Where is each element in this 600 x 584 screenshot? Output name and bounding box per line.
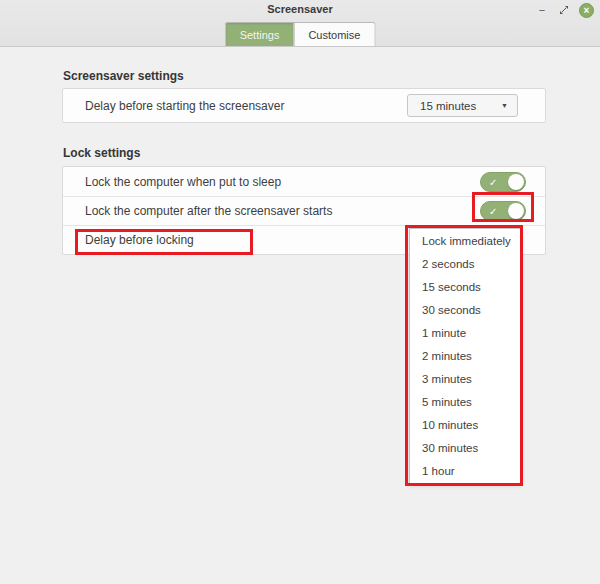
menu-item-30-minutes[interactable]: 30 minutes — [410, 437, 520, 460]
menu-item-1-hour[interactable]: 1 hour — [410, 460, 520, 483]
menu-item-lock-immediately[interactable]: Lock immediately — [410, 229, 520, 252]
delay-start-dropdown[interactable]: 15 minutes ▼ — [407, 94, 518, 117]
maximize-icon — [559, 5, 569, 15]
section-heading-lock-settings: Lock settings — [63, 146, 140, 160]
window-controls: − × — [535, 2, 594, 18]
maximize-button[interactable] — [557, 3, 571, 17]
menu-item-1-minute[interactable]: 1 minute — [410, 321, 520, 344]
tab-settings[interactable]: Settings — [226, 23, 294, 46]
toggle-lock-on-sleep[interactable]: ✓ — [480, 172, 526, 192]
window-title: Screensaver — [0, 3, 600, 15]
close-icon: × — [584, 4, 590, 17]
row-label: Delay before starting the screensaver — [85, 99, 284, 113]
menu-item-15-seconds[interactable]: 15 seconds — [410, 275, 520, 298]
menu-item-2-seconds[interactable]: 2 seconds — [410, 252, 520, 275]
toggle-knob — [508, 174, 524, 190]
row-lock-after-screensaver: Lock the computer after the screensaver … — [63, 196, 545, 225]
dropdown-value: 15 minutes — [420, 100, 476, 112]
tab-customise[interactable]: Customise — [293, 23, 374, 46]
check-icon: ✓ — [489, 176, 497, 189]
menu-item-3-minutes[interactable]: 3 minutes — [410, 368, 520, 391]
menu-item-5-minutes[interactable]: 5 minutes — [410, 391, 520, 414]
menu-item-10-minutes[interactable]: 10 minutes — [410, 414, 520, 437]
check-icon: ✓ — [489, 205, 497, 218]
row-label: Lock the computer after the screensaver … — [85, 204, 332, 218]
menu-item-2-minutes[interactable]: 2 minutes — [410, 344, 520, 367]
screensaver-window: Screensaver − × Settings Customise Scree… — [0, 0, 600, 584]
tab-switcher: Settings Customise — [225, 22, 376, 46]
menu-item-30-seconds[interactable]: 30 seconds — [410, 298, 520, 321]
row-lock-on-sleep: Lock the computer when put to sleep ✓ — [63, 167, 545, 196]
close-button[interactable]: × — [579, 3, 594, 18]
row-label: Delay before locking — [85, 233, 194, 247]
toggle-knob — [508, 203, 524, 219]
row-delay-before-starting: Delay before starting the screensaver 15… — [63, 89, 545, 122]
chevron-down-icon: ▼ — [501, 102, 508, 109]
section-heading-screensaver-settings: Screensaver settings — [63, 69, 184, 83]
minimize-icon: − — [539, 4, 545, 16]
row-label: Lock the computer when put to sleep — [85, 175, 281, 189]
minimize-button[interactable]: − — [535, 3, 549, 17]
toggle-lock-after-screensaver[interactable]: ✓ — [480, 201, 526, 221]
delay-before-locking-menu: Lock immediately 2 seconds 15 seconds 30… — [409, 228, 521, 484]
header-bar: Screensaver − × Settings Customise — [0, 0, 600, 47]
screensaver-settings-card: Delay before starting the screensaver 15… — [62, 88, 546, 123]
